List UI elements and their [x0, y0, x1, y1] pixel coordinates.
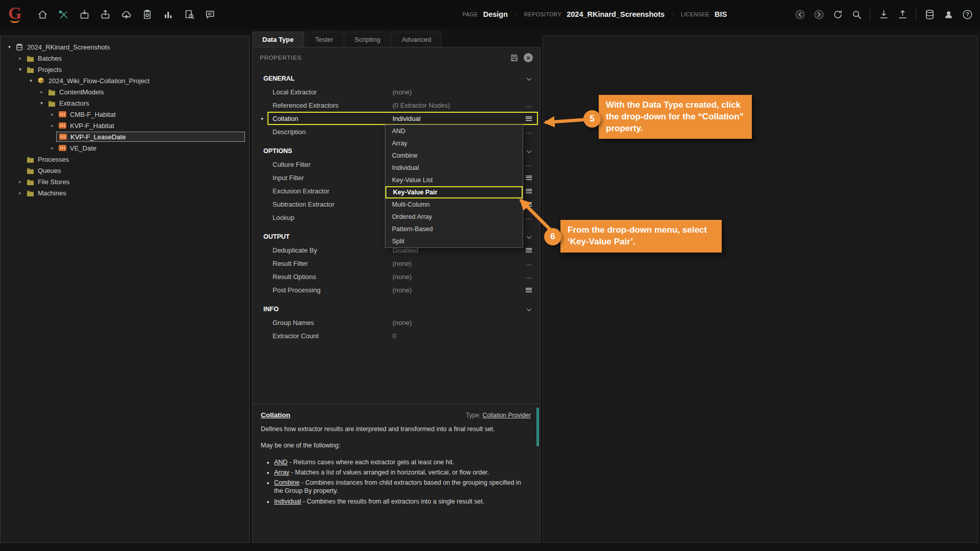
properties-title: PROPERTIES	[260, 55, 302, 61]
section-header-info[interactable]: INFO	[253, 303, 540, 316]
tree-expand-arrow-icon[interactable]: ▸	[48, 145, 56, 151]
menu-button[interactable]	[521, 116, 532, 121]
dropdown-item-split[interactable]: Split	[385, 235, 523, 247]
tab-tester[interactable]: Tester	[305, 32, 343, 47]
property-value[interactable]: (0 Extractor Nodes)	[393, 102, 521, 109]
dropdown-item-combine[interactable]: Combine	[385, 149, 523, 162]
tab-advanced[interactable]: Advanced	[391, 32, 442, 47]
document-search-icon[interactable]	[183, 9, 194, 20]
property-value[interactable]: (none)	[393, 88, 521, 96]
tree-item-2024-rkinard-screenshots[interactable]: ▾2024_RKinard_Screenshots	[1, 41, 249, 53]
property-row-collation[interactable]: ▸CollationIndividual	[253, 112, 540, 125]
dropdown-item-array[interactable]: Array	[385, 137, 523, 149]
help-icon[interactable]: ?	[962, 9, 973, 20]
chat-icon[interactable]	[204, 9, 215, 20]
help-title: Collation	[261, 411, 290, 419]
property-value[interactable]: Individual	[393, 115, 521, 122]
back-icon[interactable]	[794, 9, 805, 20]
menu-button[interactable]	[521, 248, 532, 253]
property-row-group-names[interactable]: Group Names(none)	[253, 316, 540, 329]
property-row-result-filter[interactable]: Result Filter(none)…	[253, 257, 540, 270]
property-value[interactable]: 0	[393, 332, 521, 340]
help-term-link[interactable]: Combine	[274, 479, 300, 486]
menu-button[interactable]	[521, 288, 532, 292]
dropdown-item-and[interactable]: AND	[385, 125, 523, 137]
stats-chart-icon[interactable]	[162, 9, 174, 20]
property-name: Culture Filter	[273, 161, 393, 168]
chevron-down-icon	[527, 234, 532, 239]
tree-expand-arrow-icon[interactable]: ▾	[16, 67, 24, 72]
user-icon[interactable]	[943, 9, 954, 20]
property-row-result-options[interactable]: Result Options(none)…	[253, 270, 540, 283]
property-value[interactable]: (none)	[393, 319, 521, 327]
tree-expand-arrow-icon[interactable]: ▾	[27, 78, 35, 83]
search-icon[interactable]	[851, 9, 862, 20]
tab-scripting[interactable]: Scripting	[345, 32, 391, 47]
ellipsis-button[interactable]: …	[521, 103, 532, 108]
tree-item-label: KVP-F_Habitat	[67, 122, 114, 130]
database-icon[interactable]	[924, 9, 935, 20]
upload-icon[interactable]	[897, 9, 908, 20]
dropdown-item-multi-column[interactable]: Multi-Column	[385, 198, 523, 211]
batch-box-icon[interactable]	[79, 9, 90, 20]
property-row-post-processing[interactable]: Post Processing(none)	[253, 283, 540, 296]
property-value[interactable]: (none)	[393, 273, 521, 281]
help-type-link[interactable]: Collation Provider	[482, 412, 531, 419]
licensee-value: BIS	[715, 10, 727, 18]
dropdown-item-ordered-array[interactable]: Ordered Array	[385, 211, 523, 223]
callout-6-text: From the drop-down menu, select ‘Key-Val…	[568, 225, 707, 246]
close-icon[interactable]: ×	[524, 53, 533, 62]
property-expand-arrow-icon[interactable]: ▸	[261, 116, 264, 121]
tree-expand-arrow-icon[interactable]: ▸	[16, 179, 24, 184]
tree-expand-arrow-icon[interactable]: ▸	[16, 56, 24, 61]
tree-expand-arrow-icon[interactable]: ▸	[48, 123, 56, 128]
property-value[interactable]: (none)	[393, 260, 521, 267]
tree-item-kvp-f-habitat[interactable]: ▸KVP-F_Habitat	[1, 120, 249, 131]
refresh-icon[interactable]	[832, 9, 843, 20]
tree-item-kvp-f-leasedate[interactable]: KVP-F_LeaseDate	[1, 131, 249, 142]
cloud-upload-icon[interactable]	[120, 9, 132, 20]
tree-item-file-stores[interactable]: ▸File Stores	[1, 176, 249, 187]
tree-expand-arrow-icon[interactable]: ▸	[16, 190, 24, 195]
property-row-referenced-extractors[interactable]: Referenced Extractors(0 Extractor Nodes)…	[253, 98, 540, 112]
tab-data-type[interactable]: Data Type	[252, 32, 304, 47]
tree-item-contentmodels[interactable]: ▸ContentModels	[1, 86, 249, 97]
forward-icon[interactable]	[813, 9, 824, 20]
help-term-link[interactable]: Individual	[274, 498, 301, 505]
help-term-link[interactable]: Array	[274, 469, 289, 476]
dropdown-item-key-value-pair[interactable]: Key-Value Pair	[385, 186, 523, 198]
tree-item-batches[interactable]: ▸Batches	[1, 53, 249, 64]
export-box-icon[interactable]	[100, 9, 111, 20]
tree-item-extractors[interactable]: ▾Extractors	[1, 97, 249, 109]
ellipsis-button[interactable]: …	[521, 274, 532, 279]
tree-item-label: Queues	[35, 167, 61, 174]
callout-5-box: With the Data Type created, click the dr…	[599, 95, 752, 139]
home-icon[interactable]	[37, 9, 48, 20]
property-row-extractor-count[interactable]: Extractor Count0	[253, 329, 540, 342]
page-value: Design	[483, 10, 507, 18]
tree-item-processes[interactable]: Processes	[1, 154, 249, 165]
tree-expand-arrow-icon[interactable]: ▾	[6, 44, 13, 49]
scrollbar-thumb[interactable]	[536, 408, 539, 446]
ellipsis-button[interactable]: …	[521, 261, 532, 266]
tree-expand-arrow-icon[interactable]: ▾	[38, 101, 45, 106]
tree-item-cmb-f-habitat[interactable]: ▸CMB-F_Habitat	[1, 109, 249, 120]
dropdown-item-key-value-list[interactable]: Key-Value List	[385, 174, 523, 186]
tree-item-queues[interactable]: Queues	[1, 165, 249, 176]
property-value[interactable]: (none)	[393, 286, 521, 294]
download-icon[interactable]	[878, 9, 889, 20]
tree-item-projects[interactable]: ▾Projects	[1, 64, 249, 75]
tree-item-machines[interactable]: ▸Machines	[1, 187, 249, 198]
tree-expand-arrow-icon[interactable]: ▸	[48, 112, 56, 117]
dropdown-item-pattern-based[interactable]: Pattern-Based	[385, 223, 523, 235]
tree-item-ve-date[interactable]: ▸VE_Date	[1, 142, 249, 154]
clipboard-gear-icon[interactable]	[141, 9, 153, 20]
tools-icon[interactable]	[58, 9, 69, 20]
save-icon[interactable]	[510, 54, 519, 62]
tree-expand-arrow-icon[interactable]: ▸	[38, 89, 45, 94]
tree-item-2024-wiki-flow-collation-project[interactable]: ▾2024_Wiki_Flow-Collation_Project	[1, 75, 249, 86]
section-header-general[interactable]: GENERAL	[253, 72, 540, 85]
help-term-link[interactable]: AND	[274, 459, 287, 466]
dropdown-item-individual[interactable]: Individual	[385, 162, 523, 174]
property-row-local-extractor[interactable]: Local Extractor(none)	[253, 85, 540, 98]
